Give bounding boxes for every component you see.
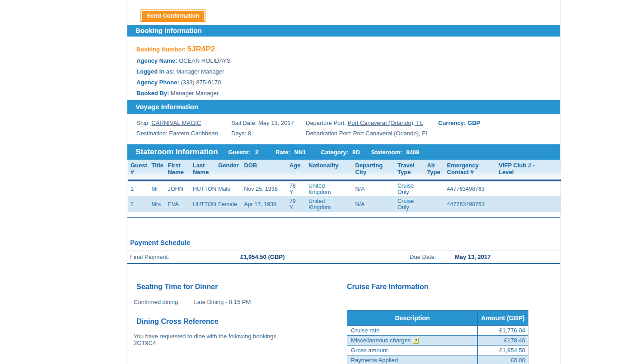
stateroom-link[interactable]: 8409 bbox=[406, 149, 419, 156]
booking-information-title: Booking Information bbox=[135, 27, 202, 34]
category-label: Category: bbox=[321, 149, 348, 156]
agency-name-value: OCEAN HOLIDAYS bbox=[179, 57, 231, 64]
final-payment-label: Final Payment: bbox=[130, 253, 240, 260]
ship-cell: Ship: CARNIVAL MAGIC bbox=[136, 119, 231, 127]
col-header-air-type: Air Type bbox=[426, 160, 446, 180]
voyage-empty-cell bbox=[438, 129, 560, 137]
cruise-fare-table: Description Amount (GBP) Cruise rate £1,… bbox=[347, 310, 528, 364]
guest-first-name: EVA bbox=[167, 196, 191, 212]
booking-number-line: Booking Number: 5JR4P2 bbox=[136, 46, 560, 53]
agency-name-line: Agency Name: OCEAN HOLIDAYS bbox=[136, 58, 560, 64]
cross-reference-sentence: You have requested to dine with the foll… bbox=[134, 333, 347, 340]
fare-col-amount: Amount (GBP) bbox=[478, 311, 528, 326]
dining-cross-reference-text: You have requested to dine with the foll… bbox=[134, 333, 347, 346]
guests-label: Guests: bbox=[228, 149, 250, 156]
rate-label: Rate: bbox=[275, 149, 290, 156]
help-icon[interactable]: ? bbox=[413, 338, 419, 344]
voyage-information-section: Ship: CARNIVAL MAGIC Sail Date: May 13, … bbox=[127, 114, 560, 144]
bottom-columns: Seating Time for Dinner Confirmed dining… bbox=[127, 283, 560, 364]
col-header-departing-city: Departing City bbox=[355, 160, 397, 180]
fare-row-misc-charges: Miscellaneous charges? £178.46 bbox=[347, 336, 528, 346]
fare-description: Payments Applied bbox=[347, 355, 478, 364]
departure-port-link[interactable]: Port Canaveral (Orlando), FL bbox=[348, 120, 424, 126]
confirmed-dining-line: Confirmed dining: Late Dining - 8:15 PM bbox=[134, 299, 347, 305]
days-label: Days: bbox=[231, 130, 246, 137]
guest-departing-city: N/A bbox=[355, 180, 397, 196]
guest-table-header-row: Guest # Title First Name Last Name Gende… bbox=[128, 160, 561, 180]
dining-column: Seating Time for Dinner Confirmed dining… bbox=[127, 283, 347, 364]
destination-label: Destination: bbox=[136, 130, 168, 137]
ship-label: Ship: bbox=[136, 120, 150, 126]
payment-schedule-row: Final Payment: £1,954.50 (GBP) Due Date:… bbox=[127, 250, 560, 264]
fare-amount: £178.46 bbox=[478, 336, 528, 346]
booking-number-label: Booking Number: bbox=[136, 46, 186, 53]
due-date-label: Due Date: bbox=[410, 253, 455, 260]
guest-nationality: United Kingdom bbox=[308, 196, 355, 212]
guests-value: 2 bbox=[255, 149, 258, 156]
fare-description: Gross amount bbox=[347, 346, 478, 355]
voyage-row-2: Destination: Eastern Caribbean Days: 8 D… bbox=[136, 129, 560, 137]
agency-name-label: Agency Name: bbox=[136, 57, 177, 64]
guest-title: Mrs bbox=[150, 196, 167, 212]
sail-date-cell: Sail Date: May 13, 2017 bbox=[231, 119, 306, 127]
logged-in-as-label: Logged in as: bbox=[136, 68, 175, 75]
guest-gender: Male bbox=[217, 180, 243, 196]
confirmed-dining-value: Late Dining - 8:15 PM bbox=[194, 299, 251, 305]
cross-reference-booking-number: 2GT9C4 bbox=[134, 340, 347, 346]
logged-in-as-value: Manager Manager bbox=[176, 68, 224, 75]
guest-nationality: United Kingdom bbox=[308, 180, 355, 196]
cruise-fare-title: Cruise Fare Information bbox=[347, 283, 560, 290]
agency-phone-value: (333) 875-9170 bbox=[181, 79, 221, 86]
guest-vifp-club bbox=[498, 196, 561, 212]
col-header-nationality: Nationality bbox=[308, 160, 355, 180]
guest-dob: Apr 17, 1938 bbox=[243, 196, 289, 212]
dining-cross-reference-title: Dining Cross Reference bbox=[136, 318, 347, 325]
booking-information-section: Booking Number: 5JR4P2 Agency Name: OCEA… bbox=[127, 37, 560, 100]
seating-time-title: Seating Time for Dinner bbox=[136, 283, 347, 290]
voyage-row-1: Ship: CARNIVAL MAGIC Sail Date: May 13, … bbox=[136, 119, 560, 127]
days-value: 8 bbox=[248, 130, 251, 137]
debarkation-port-label: Debarkation Port: bbox=[306, 130, 351, 137]
col-header-title: Title bbox=[150, 160, 167, 180]
guest-number: 2 bbox=[128, 196, 150, 212]
stateroom-section-divider bbox=[127, 217, 560, 218]
departure-port-label: Departure Port: bbox=[306, 120, 346, 126]
col-header-guest-number: Guest # bbox=[128, 160, 150, 180]
guest-departing-city: N/A bbox=[355, 196, 397, 212]
fare-amount: £1,954.50 bbox=[478, 346, 528, 355]
guest-table: Guest # Title First Name Last Name Gende… bbox=[128, 160, 561, 212]
guest-emergency-contact: 447763498763 bbox=[446, 180, 498, 196]
destination-link[interactable]: Eastern Caribbean bbox=[169, 130, 218, 137]
currency-label: Currency: bbox=[438, 120, 466, 126]
ship-link[interactable]: CARNIVAL MAGIC bbox=[151, 120, 201, 126]
col-header-travel-type: Travel Type bbox=[397, 160, 426, 180]
departure-port-cell: Departure Port: Port Canaveral (Orlando)… bbox=[306, 119, 438, 127]
fare-header-row: Description Amount (GBP) bbox=[347, 311, 528, 326]
guest-number: 1 bbox=[128, 180, 150, 196]
agency-phone-line: Agency Phone: (333) 875-9170 bbox=[136, 79, 560, 86]
guest-gender: Female bbox=[217, 196, 243, 212]
rate-link[interactable]: NN1 bbox=[294, 149, 306, 156]
stateroom-label: Stateroom: bbox=[371, 149, 402, 156]
content-container: Send Confirmation Booking Information Bo… bbox=[127, 0, 560, 364]
col-header-last-name: Last Name bbox=[192, 160, 217, 180]
due-date-value: May 13, 2017 bbox=[455, 253, 560, 260]
col-header-age: Age bbox=[289, 160, 308, 180]
booked-by-label: Booked By: bbox=[136, 90, 169, 97]
guest-dob: Nov 25, 1938 bbox=[243, 180, 289, 196]
fare-row-payments-applied: Payments Applied £0.00 bbox=[347, 355, 528, 364]
guest-last-name: HUTTON bbox=[192, 180, 217, 196]
toolbar: Send Confirmation bbox=[127, 0, 560, 25]
payment-schedule-title: Payment Schedule bbox=[130, 239, 560, 246]
col-header-emergency-contact: Emergency Contact # bbox=[446, 160, 498, 180]
currency-value: GBP bbox=[467, 120, 480, 126]
fare-amount: £1,776.04 bbox=[478, 326, 528, 336]
debarkation-port-cell: Debarkation Port: Port Canaveral (Orland… bbox=[306, 129, 438, 137]
send-confirmation-button[interactable]: Send Confirmation bbox=[140, 9, 205, 22]
fare-col-description: Description bbox=[347, 311, 478, 326]
booked-by-value: Manager Manager bbox=[171, 90, 219, 97]
stateroom-information-title: Stateroom Information bbox=[135, 147, 218, 157]
guest-row-1: 1 Mr JOHN HUTTON Male Nov 25, 1938 78 Y … bbox=[128, 180, 561, 196]
guest-last-name: HUTTON bbox=[192, 196, 217, 212]
guest-age: 79 Y bbox=[289, 196, 308, 212]
